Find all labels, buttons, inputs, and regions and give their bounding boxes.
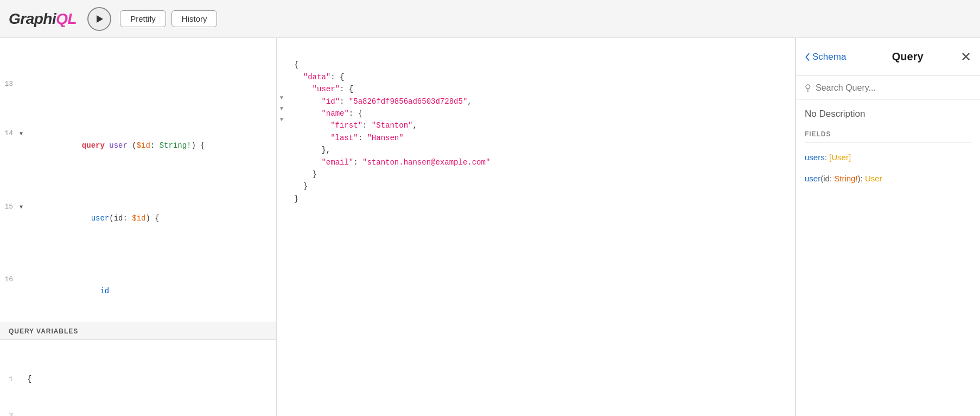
line-16: 16 id [0, 273, 276, 310]
result-content: { "data": { "user": { "id": "5a826fdf985… [277, 38, 795, 225]
fields-label: FIELDS [805, 130, 971, 143]
schema-back-label: Schema [812, 52, 846, 62]
var-line-2: 2 "id": "5a826fdf9856ad6503d728d5" [0, 409, 276, 416]
line-14: 14 ▼ query user ($id: String!) { [0, 127, 276, 163]
schema-title: Query [855, 51, 960, 63]
collapse-arrow-2[interactable]: ▼ [277, 103, 287, 113]
search-icon: ⚲ [805, 83, 811, 93]
field-user-name: user [805, 174, 820, 183]
field-user-arg-type: String! [832, 174, 858, 183]
field-user-paren-close: ): [858, 174, 863, 183]
variables-code: 1 { 2 "id": "5a826fdf9856ad6503d728d5" 3 [0, 344, 276, 416]
result-controls: ▼ ▼ ▼ [277, 92, 287, 124]
run-button[interactable] [87, 7, 111, 31]
logo-ql: QL [56, 10, 77, 27]
prettify-button[interactable]: Prettify [120, 10, 166, 27]
field-users-name: users [805, 153, 825, 162]
logo-graphi: Graphi [9, 10, 56, 27]
field-users-bracket-close: ] [849, 153, 851, 162]
schema-search-bar: ⚲ [796, 76, 980, 100]
line-13: 13 [0, 79, 276, 91]
variables-panel: QUERY VARIABLES 1 { 2 "id": "5a826fdf985… [0, 323, 276, 416]
code-area: 13 14 ▼ query user ($id: String!) { 15 ▼ [0, 38, 276, 323]
schema-panel: Schema Query ✕ ⚲ No Description FIELDS u… [796, 38, 980, 416]
schema-back-button[interactable]: Schema [805, 52, 846, 62]
line-15: 15 ▼ user(id: $id) { [0, 200, 276, 237]
logo: GraphiQL [9, 10, 77, 28]
schema-body: No Description FIELDS users: [User] user… [796, 100, 980, 416]
schema-close-button[interactable]: ✕ [960, 51, 971, 64]
result-panel: ▼ ▼ ▼ { "data": { "user": { "id": "5a826… [277, 38, 796, 416]
field-user-return-type: User [863, 174, 882, 183]
field-user[interactable]: user(id: String!): User [805, 173, 971, 185]
collapse-arrow-3[interactable]: ▼ [277, 114, 287, 124]
svg-marker-0 [97, 15, 103, 23]
schema-header: Schema Query ✕ [796, 38, 980, 76]
var-line-1: 1 { [0, 373, 276, 386]
field-users[interactable]: users: [User] [805, 152, 971, 164]
field-users-bracket-open: [ [827, 153, 831, 162]
query-editor[interactable]: 13 14 ▼ query user ($id: String!) { 15 ▼ [0, 38, 276, 323]
header: GraphiQL Prettify History [0, 0, 980, 38]
field-users-type: User [831, 153, 849, 162]
main-content: 13 14 ▼ query user ($id: String!) { 15 ▼ [0, 38, 980, 416]
history-button[interactable]: History [171, 10, 218, 27]
variables-editor[interactable]: 1 { 2 "id": "5a826fdf9856ad6503d728d5" 3 [0, 340, 276, 416]
variables-header: QUERY VARIABLES [0, 323, 276, 340]
editor-panel: 13 14 ▼ query user ($id: String!) { 15 ▼ [0, 38, 277, 416]
no-description-text: No Description [805, 109, 971, 119]
schema-search-input[interactable] [816, 83, 971, 93]
field-user-arg-name: id [823, 174, 830, 183]
chevron-left-icon [805, 53, 810, 61]
collapse-arrow-1[interactable]: ▼ [277, 92, 287, 102]
